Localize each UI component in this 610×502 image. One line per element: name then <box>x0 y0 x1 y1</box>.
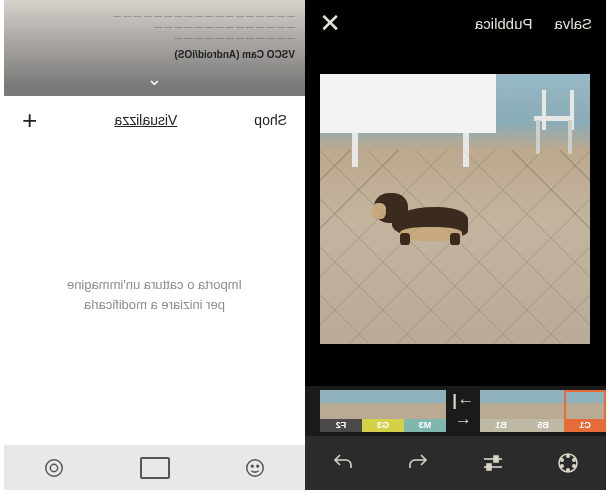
svg-point-4 <box>567 469 569 471</box>
camera-circle-icon[interactable] <box>39 453 69 483</box>
empty-line-2: per iniziare a modificarla <box>67 295 242 315</box>
gallery-rect-icon[interactable] <box>140 453 170 483</box>
filter-divider-icon[interactable]: →|← <box>446 391 480 431</box>
filter-thumb-G3[interactable]: G3 <box>362 390 404 432</box>
smile-icon[interactable] <box>240 453 270 483</box>
editor-topbar: Salva Pubblica ✕ <box>305 0 606 46</box>
filter-thumb-F2[interactable]: F2 <box>320 390 362 432</box>
svg-point-6 <box>573 459 575 461</box>
gallery-tabs: Shop Visualizza + <box>4 96 305 144</box>
svg-point-15 <box>51 464 58 471</box>
chevron-down-icon[interactable]: ⌄ <box>147 68 162 90</box>
empty-state: Importa o cattura un'immagine per inizia… <box>4 144 305 445</box>
svg-point-13 <box>251 465 253 467</box>
filter-thumb-B5[interactable]: B5 <box>522 390 564 432</box>
image-preview-area <box>305 46 606 386</box>
filters-dial-icon[interactable] <box>551 446 585 480</box>
undo-icon[interactable] <box>401 446 435 480</box>
filter-thumb-C1[interactable]: C1 <box>564 390 606 432</box>
filter-thumb-M3[interactable]: M3 <box>404 390 446 432</box>
camera-preview[interactable]: — — — — — — — — — — — — — — — — — — — — … <box>4 0 305 96</box>
svg-point-1 <box>567 455 569 457</box>
gallery-screen: — — — — — — — — — — — — — — — — — — — — … <box>4 0 305 490</box>
tab-shop[interactable]: Shop <box>254 112 287 128</box>
publish-button[interactable]: Pubblica <box>475 15 533 32</box>
svg-point-3 <box>561 465 563 467</box>
svg-point-11 <box>247 459 264 476</box>
save-button[interactable]: Salva <box>554 15 592 32</box>
editor-screen: Salva Pubblica ✕ C1B5B1→|←M3G3F2 <box>305 0 606 490</box>
preview-text: — — — — — — — — — — — — — — — — — — — — … <box>14 10 295 60</box>
photo-preview[interactable] <box>321 74 591 344</box>
svg-point-14 <box>46 459 63 476</box>
svg-point-2 <box>561 459 563 461</box>
close-button[interactable]: ✕ <box>319 8 341 39</box>
filter-strip[interactable]: C1B5B1→|←M3G3F2 <box>305 386 606 436</box>
svg-rect-9 <box>494 456 498 462</box>
svg-point-5 <box>573 465 575 467</box>
svg-point-12 <box>257 465 259 467</box>
editor-bottom-bar <box>305 436 606 490</box>
gallery-bottom-bar <box>4 445 305 490</box>
adjust-sliders-icon[interactable] <box>476 446 510 480</box>
tab-view[interactable]: Visualizza <box>114 112 177 128</box>
filter-thumb-B1[interactable]: B1 <box>480 390 522 432</box>
redo-icon[interactable] <box>326 446 360 480</box>
svg-rect-10 <box>487 464 491 470</box>
add-button[interactable]: + <box>22 105 37 136</box>
empty-line-1: Importa o cattura un'immagine <box>67 275 242 295</box>
